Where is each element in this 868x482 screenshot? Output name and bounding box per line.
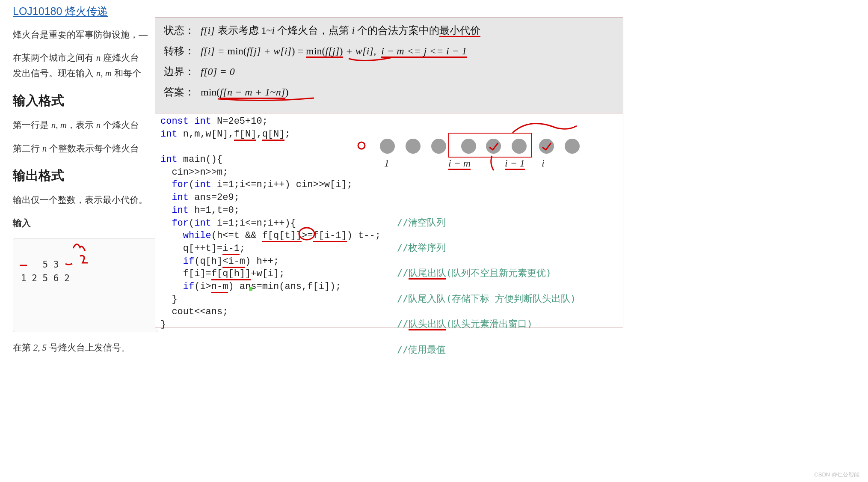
answer-row: 答案： min(f[n − m + 1~n]) [164,85,614,99]
label: 边界： [164,65,195,78]
green-cursor-dot [249,287,252,291]
output-text: 输出仅一个整数，表示最小代价。 [13,192,158,208]
circle-2 [406,139,421,154]
input-line1: 第一行是 n, m，表示 n 个烽火台 [13,117,158,133]
cmt-1: //清空队列 [397,216,576,229]
text: 座烽火台 [101,53,139,62]
math-var-n: n [96,53,101,63]
problem-statement: LOJ10180 烽火传递 烽火台是重要的军事防御设施，— 在某两个城市之间有 … [13,4,158,363]
text: 在第 [13,342,33,352]
code-line-7: int ans=2e9; [160,191,618,204]
state-row: 状态： f[i] 表示考虑 1~i 个烽火台，点第 i 个的合法方案中的最小代价 [164,24,614,37]
svg-point-0 [299,228,314,240]
sample-input-text: 5 3 1 2 5 6 2 [21,259,70,283]
circle-8 [565,139,580,154]
math-var: n [42,143,47,154]
math-var: n, m [51,120,67,130]
text: 个烽火台 [101,120,139,130]
cmt-4: //队尾入队(存储下标 方便判断队头出队) [397,292,576,305]
circle-7 [539,139,554,154]
paragraph-1: 烽火台是重要的军事防御设施，— [13,27,158,42]
transfer-row: 转移： f[i] = min(f[j] + w[i]) = min(f[j]) … [164,44,614,58]
text: 第一行是 [13,120,51,130]
text: 发出信号。现在输入 [13,68,96,78]
label-1: 1 [384,158,389,169]
label-im: i − m [448,158,471,169]
code-comments: //清空队列 //枚举序列 //队尾出队(队列不空且新元素更优) //队尾入队(… [397,203,576,369]
text: 在某两个城市之间有 [13,53,96,62]
math-var-nm: n, m [96,68,112,78]
cmt-3: //队尾出队(队列不空且新元素更优) [397,267,576,280]
after-sample: 在第 2, 5 号烽火台上发信号。 [13,340,158,356]
input-format-heading: 输入格式 [13,92,158,110]
cmt-5: //队头出队(队头元素滑出窗口) [397,318,576,330]
input-label: 输入 [13,215,158,231]
text: 号烽火台上发信号。 [47,342,130,352]
sample-input-box: 5 3 1 2 5 6 2 [13,238,158,332]
window-rect [448,133,532,158]
input-line2: 第二行 n 个整数表示每个烽火台 [13,141,158,157]
cmt-6: //使用最值 [397,343,576,356]
code-line-6: for(int i=1;i<=n;i++) cin>>w[i]; [160,179,618,191]
label: 状态： [164,24,195,37]
annotation-sample [13,239,107,269]
text: 第二行 [13,143,42,153]
window-diagram: 1 i − m i − 1 i [358,122,581,178]
math-var: n [96,120,101,130]
circle-3 [431,139,446,154]
svg-point-1 [358,142,365,149]
math-var: 2, 5 [33,342,47,353]
problem-title-link[interactable]: LOJ10180 烽火传递 [13,4,158,18]
cmt-2: //枚举序列 [397,241,576,254]
paragraph-2: 在某两个城市之间有 n 座烽火台 发出信号。现在输入 n, m 和每个 [13,50,158,81]
text: 个整数表示每个烽火台 [47,143,139,153]
watermark: CSDN @仁公智能 [814,471,859,479]
boundary-row: 边界： f[0] = 0 [164,65,614,78]
label: 转移： [164,44,195,58]
text: 和每个 [112,68,141,78]
label: 答案： [164,85,195,99]
label-i1: i − 1 [505,158,525,169]
label-i: i [542,158,545,169]
math-derivation-panel: 状态： f[i] 表示考虑 1~i 个烽火台，点第 i 个的合法方案中的最小代价… [155,17,623,113]
circle-1 [380,139,395,154]
text: ，表示 [67,120,96,130]
annotation-divider [487,155,497,172]
output-format-heading: 输出格式 [13,167,158,184]
tick-icon [539,139,554,154]
math: f[0] = 0 [201,66,235,77]
